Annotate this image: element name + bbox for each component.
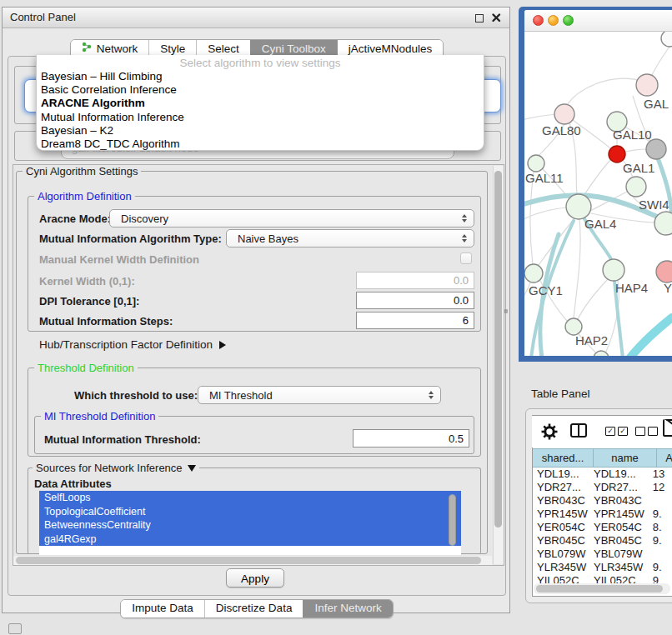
table-panel-title: Table Panel (531, 388, 590, 400)
network-edge[interactable] (524, 114, 555, 121)
panel-splitter-handle[interactable] (504, 309, 508, 313)
table-cell: YDL19... (589, 468, 649, 481)
mi-steps-label: Mutual Information Steps: (39, 315, 173, 328)
select-all-icon[interactable]: ✓✓ (605, 427, 628, 436)
sources-title-label: Sources for Network Inference (36, 462, 183, 474)
close-icon[interactable] (491, 12, 502, 23)
cyni-settings-group-title: Cyni Algorithm Settings (23, 165, 141, 178)
tab-label: Infer Network (314, 602, 381, 615)
hub-definition-section[interactable]: Hub/Transcription Factor Definition (39, 338, 226, 351)
new-column-icon[interactable] (663, 419, 672, 437)
mi-steps-input[interactable] (356, 312, 474, 329)
mi-type-combobox[interactable]: Naive Bayes (226, 229, 474, 248)
table-cell: 8. (649, 521, 672, 534)
network-node-gal1[interactable] (609, 146, 625, 162)
horizontal-scrollbar-thumb[interactable] (16, 557, 481, 564)
network-node[interactable] (646, 139, 666, 159)
tab-label: Discretize Data (216, 602, 293, 615)
table-row[interactable]: YIL052CYIL052C9 (533, 574, 672, 583)
gear-icon[interactable] (541, 423, 558, 440)
network-edge[interactable] (629, 318, 672, 356)
network-node-gcy1[interactable] (524, 264, 543, 282)
algorithm-option-mutual-information-inference[interactable]: Mutual Information Inference (37, 111, 484, 124)
bottom-tab-discretize-data[interactable]: Discretize Data (204, 600, 303, 618)
node-label: GAL1 (623, 161, 654, 175)
column-header-shared[interactable]: shared... (533, 448, 594, 468)
network-node-hap2[interactable] (565, 318, 582, 335)
deselect-all-icon[interactable] (635, 427, 658, 436)
algorithm-option-basic-correlation-inference[interactable]: Basic Correlation Inference (37, 83, 484, 97)
table-cell: YER054C (533, 521, 589, 534)
network-canvas[interactable]: GALGAL80GAL10GAL1GAL11SWI4GAL4GCY1HAP4YH… (524, 32, 672, 356)
network-edge[interactable] (578, 279, 608, 319)
node-label: Y (664, 281, 672, 295)
table-row[interactable]: YER054CYER054C8. (533, 521, 672, 534)
attribute-item-betweennesscentrality[interactable]: BetweennessCentrality (39, 518, 461, 532)
network-edge[interactable] (625, 149, 646, 152)
node-label: GAL10 (613, 128, 652, 142)
network-edge[interactable] (530, 172, 534, 264)
network-node[interactable] (654, 212, 672, 235)
kernel-width-input[interactable] (356, 272, 474, 289)
network-node-y[interactable] (656, 261, 672, 282)
network-node-hap4[interactable] (603, 259, 624, 281)
network-node-swi4[interactable] (626, 177, 646, 197)
table-cell: 12 (649, 481, 672, 494)
bottom-tab-impute-data[interactable]: Impute Data (121, 600, 204, 618)
column-header-name[interactable]: name (594, 448, 657, 468)
table-row[interactable]: YBR045CYBR045C9. (533, 534, 672, 548)
table-row[interactable]: YLR345WYLR345W9. (533, 561, 672, 574)
algorithm-option-bayesian-k2[interactable]: Bayesian – K2 (37, 124, 484, 138)
manual-kernel-checkbox[interactable] (460, 252, 472, 264)
control-panel-titlebar: Control Panel (3, 8, 509, 28)
which-threshold-combobox[interactable]: MI Threshold (198, 386, 441, 404)
data-attributes-list: SelfLoopsTopologicalCoefficientBetweenne… (39, 491, 461, 555)
control-panel-window: Control Panel NetworkStyleSelectCyni Too… (2, 7, 510, 613)
network-window-titlebar[interactable] (524, 10, 672, 32)
bottom-tab-infer-network[interactable]: Infer Network (303, 600, 392, 618)
network-edge[interactable] (584, 160, 610, 196)
table-row[interactable]: YBL079WYBL079W (533, 548, 672, 561)
attribute-item-gal4rgexp[interactable]: gal4RGexp (39, 532, 461, 547)
minimized-panel-icon[interactable] (8, 623, 22, 634)
attributes-list-scrollbar-thumb[interactable] (449, 494, 456, 546)
vertical-scrollbar-thumb[interactable] (494, 171, 502, 528)
algorithm-dropdown-list: Select algorithm to view settings Bayesi… (36, 55, 484, 151)
table-row[interactable]: YDR27...YDR27...12 (533, 481, 672, 494)
zoom-traffic-light[interactable] (563, 15, 574, 26)
close-traffic-light[interactable] (533, 15, 544, 26)
apply-button[interactable]: Apply (226, 568, 284, 588)
table-cell: YIL052C (533, 574, 589, 583)
network-edge[interactable] (567, 78, 639, 105)
aracne-mode-combobox[interactable]: Discovery (109, 209, 474, 228)
columns-icon[interactable] (570, 423, 587, 438)
network-node-gal11[interactable] (528, 155, 544, 172)
table-row[interactable]: YPR145WYPR145W9. (533, 508, 672, 521)
algorithm-option-aracne-algorithm[interactable]: ARACNE Algorithm (37, 97, 484, 110)
dpi-tolerance-input[interactable] (356, 292, 474, 309)
table-row[interactable]: YDL19...YDL19...13 (533, 468, 672, 481)
algorithm-option-bayesian-hill-climbing[interactable]: Bayesian – Hill Climbing (37, 70, 484, 83)
network-node[interactable] (661, 32, 672, 47)
mi-threshold-input[interactable] (353, 429, 469, 448)
float-window-icon[interactable] (474, 12, 485, 23)
sources-group-title[interactable]: Sources for Network Inference (33, 462, 199, 474)
minimize-traffic-light[interactable] (548, 15, 559, 26)
network-node-gal80[interactable] (554, 104, 574, 124)
expand-arrow-icon[interactable] (219, 341, 226, 349)
network-node-gal4[interactable] (566, 194, 591, 219)
mi-threshold-label: Mutual Information Threshold: (44, 433, 201, 446)
network-node-gal[interactable] (636, 74, 658, 96)
data-attributes-label: Data Attributes (34, 478, 112, 490)
threshold-definition-title: Threshold Definition (34, 362, 138, 374)
attribute-item-selfloops[interactable]: SelfLoops (39, 491, 461, 505)
algorithm-option-dream8-dc-tdc-algorithm[interactable]: Dream8 DC_TDC Algorithm (37, 138, 484, 151)
table-row[interactable]: YBR043CYBR043C (533, 494, 672, 508)
column-header-a[interactable]: A (657, 448, 672, 468)
attribute-item-topologicalcoefficient[interactable]: TopologicalCoefficient (39, 505, 461, 519)
table-scrollbar-thumb[interactable] (536, 585, 663, 592)
dropdown-placeholder: Select algorithm to view settings (37, 55, 484, 70)
tab-label: Style (160, 42, 185, 56)
network-edge[interactable] (574, 219, 580, 318)
collapse-arrow-icon[interactable] (188, 465, 196, 472)
